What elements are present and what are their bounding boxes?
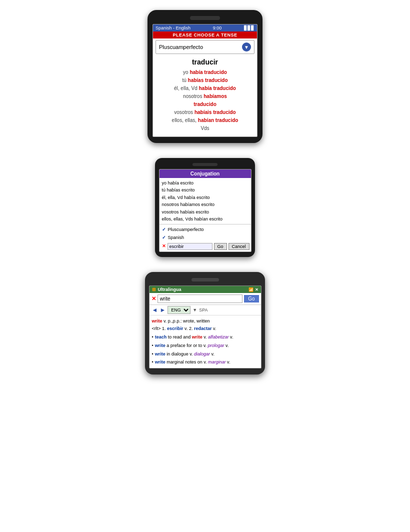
phone1-status-bar: Spanish - English 9:00 ▊▊▊ (153, 24, 257, 32)
phone1-status-label: Spanish - English (156, 26, 190, 30)
phone3-title-bar: ⊞ Ultralingua 📶 ✕ (150, 286, 261, 293)
phone2-conj-4: nosotros habíamos escrito (162, 201, 248, 208)
phone3-bullet-4: • write marginal notes on v. marginar v. (152, 358, 258, 366)
phone2-check-icon-1: ✓ (162, 226, 166, 234)
conj-row-7: Vds (156, 124, 254, 132)
phone2-conj-6: ellos, ellas, Vds habían escrito (162, 216, 248, 222)
phone3-arrow-icon: ▼ (192, 308, 197, 312)
phone2: Conjugation yo había escrito tú habías e… (155, 158, 255, 257)
phone3-forward-arrow[interactable]: ► (160, 306, 166, 314)
phone3-x-icon: ✕ (255, 288, 258, 292)
phone2-conj-list: yo había escrito tú habías escrito él, e… (160, 178, 251, 224)
phone2-conj-1: yo había escrito (162, 180, 248, 186)
phone2-verb-input[interactable] (168, 243, 212, 250)
phone3-speaker (192, 278, 219, 282)
phone3-bullet-2: • write a preface for or to v. prologar … (152, 342, 258, 350)
phone1-conjugation: yo había traducido tú habías traducido é… (153, 68, 257, 136)
conj-row-6: ellos, ellas, habían traducido (156, 116, 254, 124)
phone3-search-row: ✕ Go (150, 293, 261, 305)
phone3-main-entry: write v. p.,p.p.: wrote, written (152, 318, 258, 325)
phone3: ⊞ Ultralingua 📶 ✕ ✕ Go ◄ ► ENG ▼ SPA (145, 272, 265, 374)
phone3-windows-icon: ⊞ (152, 287, 156, 292)
page-wrapper: Spanish - English 9:00 ▊▊▊ PLEASE CHOOSE… (0, 0, 410, 532)
phone1-dropdown-value: Pluscuamperfecto (159, 44, 203, 50)
phone3-bullet-3: • write in dialogue v. dialogar v. (152, 350, 258, 358)
phone3-signal-icon: 📶 (248, 288, 254, 292)
phone1-dropdown-icon: ▼ (242, 42, 251, 52)
phone2-conj-3: él, ella, Vd había escrito (162, 194, 248, 201)
conj-row-4b: traducido (156, 100, 254, 108)
conj-row-4: nosotros habíamos (156, 92, 254, 100)
phone3-screen: ⊞ Ultralingua 📶 ✕ ✕ Go ◄ ► ENG ▼ SPA (149, 286, 262, 368)
phone2-input-row: ✕ Go Cancel (162, 242, 248, 250)
phone2-speaker (192, 163, 218, 166)
phone2-x-icon: ✕ (162, 242, 166, 250)
phone3-title-icons: 📶 ✕ (248, 288, 258, 292)
phone2-options: ✓ Pluscuamperfecto ✓ Spanish ✕ Go Cancel (160, 224, 251, 252)
phone1-tense-bar: PLEASE CHOOSE A TENSE (153, 32, 257, 38)
phone1-speaker (190, 16, 220, 20)
phone2-option-tense: ✓ Pluscuamperfecto (162, 226, 248, 234)
conj-row-2: tú habías traducido (156, 76, 254, 84)
phone3-back-arrow[interactable]: ◄ (152, 306, 158, 314)
phone1-status-signal: ▊▊▊ (244, 26, 254, 30)
phone3-bullet-1: • teach to read and write v. alfabetizar… (152, 334, 258, 341)
phone2-screen: Conjugation yo había escrito tú habías e… (159, 169, 252, 252)
phone3-clear-btn[interactable]: ✕ (152, 296, 156, 302)
phone2-option-lang: ✓ Spanish (162, 234, 248, 242)
phone3-main-word: write (152, 318, 162, 324)
phone3-rlt: <rlt> 1. escribir v. 2. redactar v. (152, 325, 258, 332)
phone1: Spanish - English 9:00 ▊▊▊ PLEASE CHOOSE… (148, 10, 262, 143)
phone1-dropdown[interactable]: Pluscuamperfecto ▼ (156, 40, 254, 54)
phone3-search-input[interactable] (158, 294, 243, 303)
phone3-nav-row: ◄ ► ENG ▼ SPA (150, 305, 261, 316)
phone3-title-label: Ultralingua (156, 287, 248, 292)
phone2-conj-2: tú habías escrito (162, 186, 248, 194)
phone1-verb: traducir (153, 56, 257, 68)
conj-row-5: vosotros habíais traducido (156, 108, 254, 116)
phone1-status-time: 9:00 (213, 26, 222, 30)
phone2-cancel-button[interactable]: Cancel (228, 243, 250, 250)
phone2-title-bar: Conjugation (160, 170, 251, 178)
phone3-lang-sep: SPA (199, 308, 208, 312)
conj-row-3: él, ella, Vd había traducido (156, 84, 254, 92)
conj-row-1: yo había traducido (156, 68, 254, 76)
phone3-go-button[interactable]: Go (244, 295, 258, 302)
phone2-check-icon-2: ✓ (162, 234, 166, 242)
phone1-screen: Spanish - English 9:00 ▊▊▊ PLEASE CHOOSE… (152, 24, 258, 137)
phone3-content: write v. p.,p.p.: wrote, written <rlt> 1… (150, 316, 261, 368)
phone2-conj-5: vosotros habíais escrito (162, 208, 248, 216)
phone3-lang-from-select[interactable]: ENG (168, 306, 190, 314)
phone2-go-button[interactable]: Go (214, 243, 227, 250)
